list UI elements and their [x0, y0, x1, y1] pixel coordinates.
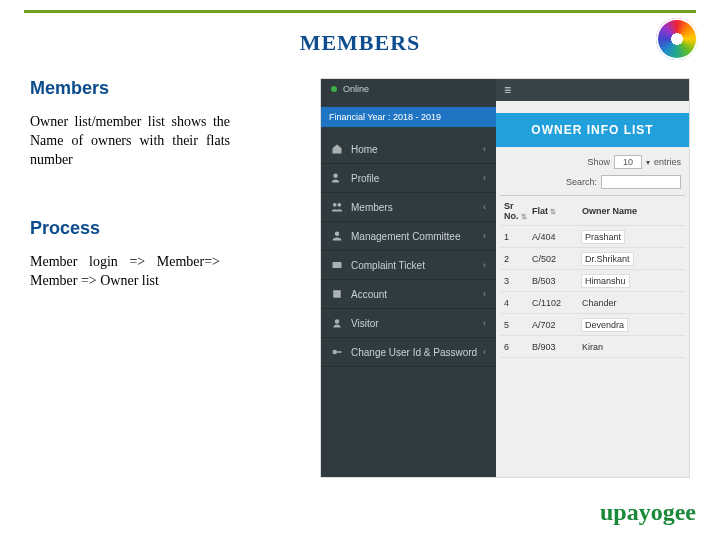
chevron-left-icon: ‹	[483, 202, 486, 212]
brand-wordmark: upayogee	[600, 499, 696, 526]
sidebar-item-label: Visitor	[351, 318, 379, 329]
svg-point-3	[335, 232, 340, 237]
sidebar-item-account[interactable]: Account ‹	[321, 280, 496, 309]
paragraph-process: Member login => Member=> Member => Owner…	[30, 253, 220, 291]
col-flat[interactable]: Flat⇅	[532, 206, 582, 216]
cell-flat: B/503	[532, 276, 582, 286]
cell-owner: Prashant	[582, 231, 681, 243]
left-column: Members Owner list/member list shows the…	[30, 78, 260, 290]
home-icon	[331, 143, 343, 155]
page-title: MEMBERS	[0, 30, 720, 56]
svg-rect-5	[333, 290, 341, 298]
cell-owner: Devendra	[582, 319, 681, 331]
col-owner[interactable]: Owner Name	[582, 206, 681, 216]
cell-owner: Dr.Shrikant	[582, 253, 681, 265]
table-header-row: Sr No.⇅ Flat⇅ Owner Name	[500, 196, 685, 226]
heading-members: Members	[30, 78, 260, 99]
svg-point-1	[333, 203, 337, 207]
chevron-left-icon: ‹	[483, 318, 486, 328]
visitor-icon	[331, 317, 343, 329]
chevron-left-icon: ‹	[483, 231, 486, 241]
owner-info-banner: OWNER INFO LIST	[496, 113, 689, 147]
entries-select[interactable]: 10	[614, 155, 642, 169]
sidebar-item-label: Members	[351, 202, 393, 213]
svg-point-0	[333, 174, 338, 179]
top-divider	[24, 10, 696, 13]
app-screenshot: Online Financial Year : 2018 - 2019 Home…	[320, 78, 690, 478]
chevron-left-icon: ‹	[483, 173, 486, 183]
sidebar-item-label: Profile	[351, 173, 379, 184]
users-icon	[331, 172, 343, 184]
sidebar-item-label: Home	[351, 144, 378, 155]
committee-icon	[331, 230, 343, 242]
sidebar: Online Financial Year : 2018 - 2019 Home…	[321, 79, 496, 477]
paragraph-members: Owner list/member list shows the Name of…	[30, 113, 230, 170]
chevron-left-icon: ‹	[483, 144, 486, 154]
cell-sr: 3	[504, 276, 532, 286]
sidebar-item-change-credentials[interactable]: Change User Id & Password ‹	[321, 338, 496, 367]
cell-sr: 2	[504, 254, 532, 264]
cell-sr: 6	[504, 342, 532, 352]
sort-icon: ⇅	[521, 213, 527, 220]
main-panel: ≡ OWNER INFO LIST Show 10 ▾ entries Sear…	[496, 79, 689, 477]
sidebar-item-complaint-ticket[interactable]: Complaint Ticket ‹	[321, 251, 496, 280]
chevron-left-icon: ‹	[483, 347, 486, 357]
cell-sr: 1	[504, 232, 532, 242]
cell-sr: 5	[504, 320, 532, 330]
cell-owner: Chander	[582, 298, 681, 308]
sidebar-item-home[interactable]: Home ‹	[321, 135, 496, 164]
online-status: Online	[321, 79, 496, 99]
cell-flat: B/903	[532, 342, 582, 352]
brand-logo-icon	[656, 18, 698, 60]
sidebar-item-members[interactable]: Members ‹	[321, 193, 496, 222]
ticket-icon	[331, 259, 343, 271]
cell-flat: A/702	[532, 320, 582, 330]
financial-year-banner: Financial Year : 2018 - 2019	[321, 107, 496, 127]
online-label: Online	[343, 84, 369, 94]
sidebar-item-management-committee[interactable]: Management Committee ‹	[321, 222, 496, 251]
svg-point-2	[337, 203, 341, 207]
hamburger-icon[interactable]: ≡	[504, 83, 511, 97]
search-input[interactable]	[601, 175, 681, 189]
topbar: ≡	[496, 79, 689, 101]
cell-flat: C/502	[532, 254, 582, 264]
cell-flat: C/1102	[532, 298, 582, 308]
owner-table: Sr No.⇅ Flat⇅ Owner Name 1 A/404 Prashan…	[500, 195, 685, 358]
table-row: 6 B/903 Kiran	[500, 336, 685, 358]
search-label: Search:	[566, 177, 597, 187]
account-icon	[331, 288, 343, 300]
cell-owner: Kiran	[582, 342, 681, 352]
table-controls: Show 10 ▾ entries Search:	[496, 155, 689, 195]
cell-flat: A/404	[532, 232, 582, 242]
show-label: Show	[587, 157, 610, 167]
cell-sr: 4	[504, 298, 532, 308]
table-row: 1 A/404 Prashant	[500, 226, 685, 248]
table-row: 2 C/502 Dr.Shrikant	[500, 248, 685, 270]
sidebar-item-profile[interactable]: Profile ‹	[321, 164, 496, 193]
key-icon	[331, 346, 343, 358]
col-sr[interactable]: Sr No.⇅	[504, 201, 532, 221]
sidebar-item-visitor[interactable]: Visitor ‹	[321, 309, 496, 338]
table-row: 4 C/1102 Chander	[500, 292, 685, 314]
sort-icon: ⇅	[550, 208, 556, 215]
table-row: 5 A/702 Devendra	[500, 314, 685, 336]
online-dot-icon	[331, 86, 337, 92]
svg-rect-8	[336, 351, 341, 353]
sidebar-item-label: Management Committee	[351, 231, 461, 242]
sidebar-item-label: Complaint Ticket	[351, 260, 425, 271]
cell-owner: Himanshu	[582, 275, 681, 287]
entries-label: entries	[654, 157, 681, 167]
heading-process: Process	[30, 218, 260, 239]
members-icon	[331, 201, 343, 213]
svg-rect-4	[333, 262, 342, 268]
sidebar-item-label: Change User Id & Password	[351, 347, 477, 358]
chevron-left-icon: ‹	[483, 289, 486, 299]
table-row: 3 B/503 Himanshu	[500, 270, 685, 292]
sidebar-item-label: Account	[351, 289, 387, 300]
dropdown-icon: ▾	[646, 158, 650, 167]
chevron-left-icon: ‹	[483, 260, 486, 270]
svg-point-6	[335, 319, 340, 324]
